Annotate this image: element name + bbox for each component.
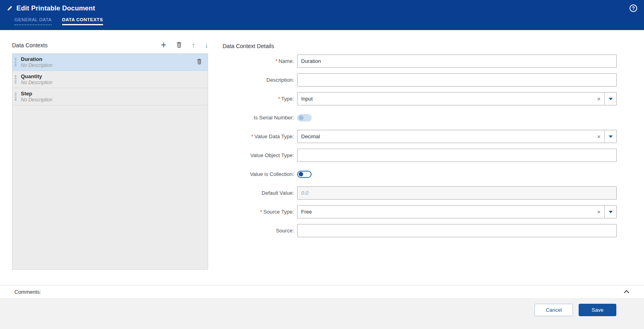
required-marker: * <box>260 209 262 215</box>
header: Edit Printable Document ? GENERAL DATA D… <box>0 0 644 30</box>
required-marker: * <box>278 96 280 102</box>
move-up-button[interactable]: ↑ <box>192 42 195 49</box>
form-row-name: *Name: <box>223 52 617 71</box>
type-combobox[interactable]: Input × <box>297 92 617 105</box>
footer-bar: Cancel Save <box>0 299 644 329</box>
row-delete-button[interactable] <box>196 59 202 66</box>
description-input[interactable] <box>297 73 617 87</box>
list-item-name: Step <box>21 91 53 97</box>
delete-data-context-button[interactable] <box>176 42 182 49</box>
list-item-description: No Description <box>21 80 53 85</box>
chevron-down-icon[interactable] <box>604 93 616 105</box>
form-row-default-value: Default Value: <box>223 184 617 202</box>
drag-handle-icon[interactable] <box>15 93 16 101</box>
list-item-step[interactable]: Step No Description <box>12 88 208 105</box>
form-row-description: Description: <box>223 71 617 89</box>
source-type-value: Free <box>298 209 593 215</box>
chevron-down-icon[interactable] <box>604 130 616 143</box>
collapse-comments-button[interactable] <box>624 289 630 295</box>
data-context-form: *Name: Description: *Type: Input × Is Se… <box>223 52 617 240</box>
required-marker: * <box>251 133 253 139</box>
cancel-button[interactable]: Cancel <box>535 304 573 316</box>
details-panel-title: Data Context Details <box>223 43 274 49</box>
clear-icon[interactable]: × <box>593 133 604 140</box>
type-value: Input <box>298 96 593 102</box>
title-row: Edit Printable Document ? <box>0 0 644 16</box>
chevron-down-icon[interactable] <box>604 206 616 218</box>
move-down-button[interactable]: ↓ <box>205 42 209 49</box>
form-row-value-is-collection: Value is Collection: <box>223 165 617 184</box>
list-item-quantity[interactable]: Quantity No Description <box>12 71 208 88</box>
form-row-type: *Type: Input × <box>223 89 617 108</box>
required-marker: * <box>275 58 277 64</box>
save-button[interactable]: Save <box>579 304 616 316</box>
form-row-source-type: *Source Type: Free × <box>223 202 617 221</box>
add-data-context-button[interactable]: + <box>161 40 166 50</box>
value-object-type-label: Value Object Type: <box>223 152 297 158</box>
default-value-input[interactable] <box>297 186 617 200</box>
name-label: *Name: <box>223 58 297 64</box>
trash-icon <box>176 42 182 49</box>
chevron-up-icon <box>624 289 630 295</box>
form-row-source: Source: <box>223 221 617 240</box>
default-value-label: Default Value: <box>223 190 297 196</box>
data-contexts-panel-title: Data Contexts <box>12 42 48 48</box>
source-label: Source: <box>223 228 297 234</box>
name-input[interactable] <box>297 54 617 68</box>
pencil-icon <box>7 6 12 11</box>
data-contexts-list: Duration No Description Quantity No Desc… <box>12 53 208 270</box>
drag-handle-icon[interactable] <box>15 58 16 66</box>
page-title: Edit Printable Document <box>16 4 95 12</box>
value-is-collection-toggle[interactable] <box>297 171 312 178</box>
data-contexts-toolbar: + ↑ ↓ <box>161 41 208 50</box>
value-data-type-combobox[interactable]: Decimal × <box>297 130 617 143</box>
tab-bar: GENERAL DATA DATA CONTEXTS <box>0 17 644 25</box>
is-serial-number-label: Is Serial Number: <box>223 115 297 121</box>
comments-label: Comments: <box>14 289 41 295</box>
source-type-label: *Source Type: <box>223 209 297 215</box>
value-is-collection-label: Value is Collection: <box>223 171 297 177</box>
comments-section: Comments: <box>0 285 644 299</box>
tab-general-data[interactable]: GENERAL DATA <box>14 17 52 25</box>
list-item-name: Quantity <box>21 73 53 80</box>
data-contexts-panel-header: Data Contexts + ↑ ↓ <box>12 40 208 50</box>
list-item-name: Duration <box>21 56 53 63</box>
form-row-value-object-type: Value Object Type: <box>223 146 617 165</box>
value-data-type-value: Decimal <box>298 133 593 139</box>
edit-printable-document-window: Edit Printable Document ? GENERAL DATA D… <box>0 0 644 329</box>
clear-icon[interactable]: × <box>593 208 604 215</box>
tab-data-contexts[interactable]: DATA CONTEXTS <box>62 17 103 25</box>
form-row-is-serial-number: Is Serial Number: <box>223 108 617 127</box>
form-row-value-data-type: *Value Data Type: Decimal × <box>223 127 617 146</box>
trash-icon <box>196 59 202 66</box>
source-input[interactable] <box>297 224 617 237</box>
list-item-description: No Description <box>21 97 53 103</box>
type-label: *Type: <box>223 96 297 102</box>
description-label: Description: <box>223 77 297 83</box>
drag-handle-icon[interactable] <box>15 75 16 83</box>
value-data-type-label: *Value Data Type: <box>223 133 297 139</box>
value-object-type-input[interactable] <box>297 149 617 162</box>
list-item-description: No Description <box>21 63 53 68</box>
is-serial-number-toggle[interactable] <box>297 114 312 121</box>
list-item-duration[interactable]: Duration No Description <box>12 54 208 71</box>
help-icon[interactable]: ? <box>630 4 637 12</box>
source-type-combobox[interactable]: Free × <box>297 205 617 218</box>
clear-icon[interactable]: × <box>593 95 604 102</box>
